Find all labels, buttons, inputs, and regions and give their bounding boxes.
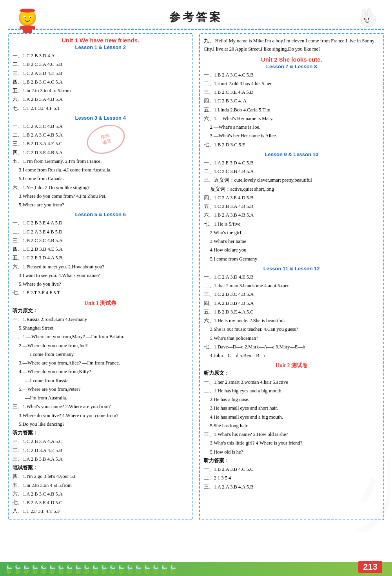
answer-line: 5.Who's that policeman? — [204, 334, 380, 343]
lesson34-title: Lesson 3 & Lesson 4 — [13, 115, 189, 121]
answer-line: 五、1.I'm from Germany. 2.I'm from France. — [13, 157, 189, 166]
lesson910-title: Lesson 9 & Lesson 10 — [204, 151, 380, 157]
svg-rect-9 — [20, 26, 24, 29]
answer-line: 五、1.C 2.E 3.D 4.A 5.B — [13, 254, 189, 262]
answer-line: 二、1.C 2.C 3.B 4.B 5.A — [204, 168, 380, 176]
svg-point-13 — [367, 8, 371, 18]
answer-line: 七、1.T 2.T 3.F 4.F 5.T — [13, 104, 189, 113]
svg-rect-8 — [23, 26, 32, 33]
answer-line: 二、1.B 2.A 3.C 4.B 5.A — [13, 131, 189, 139]
svg-point-16 — [368, 18, 369, 20]
answer-line: 四、1.B 2.B 3.C 4.C 5.A — [13, 78, 189, 86]
svg-rect-10 — [31, 26, 35, 29]
lesson910-answers: 一、1.A 2.E 3.D 4.C 5.B 二、1.C 2.C 3.B 4.B … — [204, 159, 380, 263]
answer-line: 一、1.A 2.E 3.D 4.C 5.B — [204, 159, 380, 167]
answer-line: 4.—Where do you come from,Kitty? — [13, 368, 189, 376]
lesson56-answers: 一、1.C 2.B 3.E 4.A 5.D 二、1.C 2.A 3.E 4.B … — [13, 219, 189, 297]
listen-answers-label: 听力答案： — [13, 429, 189, 437]
arrow-deco-left — [2, 436, 25, 517]
answer-line: 四、1.C 2.D 3.E 4.B 5.A — [13, 149, 189, 157]
answer-line: 六、1.Pleased to meet you. 2.How about you… — [13, 263, 189, 271]
unit2-test-title: Unit 2 测试卷 — [204, 362, 380, 369]
listen-label: 听力原文： — [13, 307, 189, 315]
answer-line: 3.She is our music teacher. 4.Can you gu… — [204, 325, 380, 334]
answer-line: —I'm from Australia. — [13, 394, 189, 402]
answer-line: 一、1.C 2.B 3.E 4.A 5.D — [13, 219, 189, 227]
answer-line: 七、1.B 2.D 3.C 5.E — [204, 141, 380, 149]
answer-line: 二、1.C 2.D 3.A 4.E 5.B — [13, 447, 189, 455]
page-title: 参考答案 — [8, 10, 384, 25]
answer-line: 五、1.C 2.B 3.A 4.B 5.B — [204, 202, 380, 211]
deco-line — [8, 29, 384, 30]
answer-line: 七、1.F 2.T 3.F 4.F 5.T — [13, 289, 189, 297]
answer-line: 八、1.T 2.F 3.F 4.T 5.F — [13, 507, 189, 516]
unit1-listen-answers: 听力答案： 一、1.C 2.B 3.A 4.A 5.C 二、1.C 2.D 3.… — [13, 429, 189, 463]
answer-line: 二、1.that 2.man 3.handsome 4.aunt 5.men — [204, 282, 380, 290]
answer-line: 七、1.He is 5/five — [204, 220, 380, 228]
unit1-test-title: Unit 1 测试卷 — [13, 300, 189, 307]
answer-line: 三、1.A 2.B 3.B 4.A 5.A — [13, 455, 189, 463]
answer-line: 一、1.C 2.B 3.A 4.A 5.C — [13, 437, 189, 446]
answer-line: 一、1.her 2.smart 3.woman 4.hair 5.active — [204, 378, 380, 386]
answer-line: 六、1.A 2.B 3.A 4.B 5.A — [13, 95, 189, 104]
svg-text:火: 火 — [353, 454, 390, 532]
answer-line: 六、1.B 2.A 3.B 4.B 5.A — [204, 211, 380, 219]
unit1-listen-section: 听力原文： 一、1.Russia 2.road 3.am 4.Germany 5… — [13, 307, 189, 429]
mascot-right — [349, 6, 380, 29]
page-header: 参考答案 — [8, 4, 384, 27]
answer-line: 2.—Where do you come from,Joe? — [13, 342, 189, 350]
answer-line: 3.—What's her Her name is Alice. — [204, 132, 380, 140]
answer-line: 2.—What's s name is Joe. — [204, 123, 380, 131]
answer-line: 二、1.—Where are you from,Mary? —I'm from … — [13, 333, 189, 341]
answer-line: 一、1.Russia 2.road 3.am 4.Germany — [13, 315, 189, 324]
answer-line: 一、1.C 2.B 3.D 4.A — [13, 52, 189, 60]
lesson12-title: Lesson 1 & Lesson 2 — [13, 44, 189, 50]
answer-line: 4.John—C—d 5.Ben—B—c — [204, 352, 380, 360]
lesson78-answers: 一、1.B 2.A 3.C 4.C 5.B 二、1.short 2.old 3.… — [204, 71, 380, 149]
unit2-listen-label: 听力原文： — [204, 369, 380, 377]
answer-line: 5.I come from Canada. — [13, 175, 189, 183]
arrow-deco-right: 火 — [351, 434, 390, 537]
answer-line: 3.Where do you come from? 4.I'm Zhou Pei… — [13, 192, 189, 201]
answer-line: 3.Where do you live? 4.Where do you come… — [13, 412, 189, 420]
svg-point-14 — [365, 19, 367, 21]
answer-line: 五、1.in 2.to 3.on 4.at 5.from — [13, 481, 189, 490]
svg-point-12 — [362, 9, 366, 18]
answer-line: 一、1.B 2.A 3.C 4.C 5.B — [204, 71, 380, 79]
answer-line: 3.What's her name — [204, 237, 380, 246]
intro-text: 九、 Hello! My name is Mike.I'm a boy.I'm … — [204, 37, 380, 54]
answer-line: 3.I come from Russia. 4.I come from Aust… — [13, 166, 189, 174]
answer-line: 4.How old are you — [204, 246, 380, 254]
main-columns: Unit 1 We have new friends. Lesson 1 & L… — [8, 33, 384, 520]
mascot-left — [12, 6, 43, 37]
answer-line: 七、1.B 2.A 3.E 4.D 5.C — [13, 499, 189, 507]
answer-line: 六、1.Yes,I do. 2.Do you like singing? — [13, 184, 189, 192]
answer-line: 5.She has long hair. — [204, 422, 380, 430]
answer-line: 一、1.C 2.A 3.D 4.E 5.B — [204, 273, 380, 281]
answer-line: 二、1.He has big eyes and a big mouth. — [204, 387, 380, 395]
unit2-title: Unit 2 She looks cute. — [204, 56, 380, 63]
written-label: 笔试答案： — [13, 464, 189, 472]
lesson12-answers: 一、1.C 2.B 3.D 4.A 二、1.B 2.C 3.A 4.C 5.B … — [13, 52, 189, 113]
answer-line: 2.Who's the girl — [204, 229, 380, 237]
answer-line: 四、1.C 2.A 3.E 4.D 5.B — [204, 194, 380, 202]
answer-line: 5.—Where are you from,Peter? — [13, 385, 189, 394]
unit1-title: Unit 1 We have new friends. — [13, 37, 189, 44]
svg-point-6 — [25, 17, 26, 18]
svg-rect-3 — [22, 9, 33, 12]
svg-point-7 — [30, 17, 31, 18]
svg-point-15 — [364, 18, 365, 20]
answer-line: 三、1.C 2.B 3.C 4.B 5.A — [204, 290, 380, 299]
answer-line: 三、1.C 2.A 3.D 4.E 5.B — [13, 69, 189, 78]
answer-line: 一、1.C 2.A 3.C 4.B 5.A — [13, 122, 189, 131]
answer-line: 5.Shanghai Street — [13, 324, 189, 332]
answer-line: 2.He has a big nose. — [204, 396, 380, 404]
bottom-decoration: 🍃🍃🍃🍃🍃🍃🍃🍃🍃🍃🍃🍃🍃🍃🍃🍃🍃🍃🍃🍃 — [0, 562, 392, 576]
answer-line: 4.He has small eyes and a big mouth. — [204, 413, 380, 421]
answer-line: 四、1.I'm 2.go 3.let's 4.your 5.I — [13, 472, 189, 481]
answer-line: 六、1.A 2.B 3.C 4.B 5.A — [13, 490, 189, 498]
answer-line: 二、1.short 2.old 3.has 4.his 5.her — [204, 80, 380, 88]
answer-line: 3.He has small eyes and short hair. — [204, 404, 380, 412]
lesson1112-answers: 一、1.C 2.A 3.D 4.E 5.B 二、1.that 2.man 3.h… — [204, 273, 380, 360]
answer-line: 三、1.What's your name? 2.Where are you fr… — [13, 403, 189, 411]
